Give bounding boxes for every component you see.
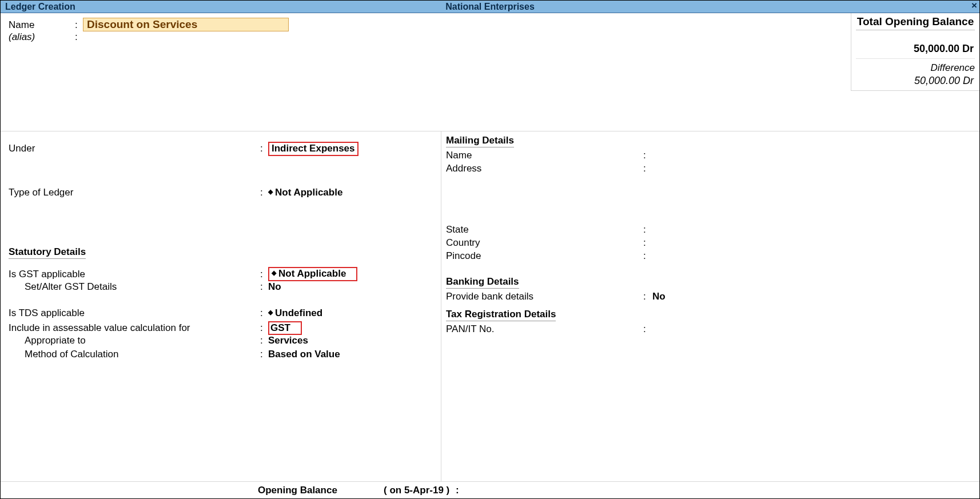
colon: :	[643, 224, 652, 237]
opening-balance-label: Opening Balance	[258, 485, 384, 496]
screen-title: Ledger Creation	[1, 2, 75, 12]
mailing-details-heading: Mailing Details	[446, 135, 514, 147]
tds-applicable-value[interactable]: Undefined	[268, 308, 322, 319]
colon: :	[260, 281, 268, 293]
colon: :	[260, 143, 268, 154]
gst-applicable-value[interactable]: Not Applicable	[272, 268, 346, 279]
ledger-creation-window: Ledger Creation National Enterprises × N…	[0, 0, 980, 499]
appropriate-to-value[interactable]: Services	[268, 335, 308, 346]
colon: :	[643, 250, 652, 264]
tds-applicable-label: Is TDS applicable	[9, 308, 260, 319]
alias-label: (alias)	[9, 31, 75, 43]
ledger-name-input[interactable]: Discount on Services	[83, 18, 289, 31]
colon: :	[643, 150, 652, 163]
include-assessable-value[interactable]: GST	[270, 322, 290, 333]
banking-details-heading: Banking Details	[446, 276, 519, 289]
colon: :	[260, 322, 268, 334]
colon: :	[75, 31, 83, 43]
total-opening-balance-amount: 50,000.00 Dr	[856, 30, 975, 58]
method-calc-value[interactable]: Based on Value	[268, 349, 340, 360]
type-of-ledger-value[interactable]: Not Applicable	[268, 187, 342, 198]
pincode-label: Pincode	[446, 250, 643, 264]
header-section: Name : Discount on Services (alias) :	[1, 13, 979, 45]
highlight-box: Indirect Expenses	[268, 142, 358, 156]
colon: :	[453, 485, 459, 496]
highlight-box: Not Applicable	[268, 267, 357, 281]
include-assessable-label: Include in assessable value calculation …	[9, 322, 260, 334]
difference-amount: 50,000.00 Dr	[856, 74, 975, 88]
total-opening-balance-box: Total Opening Balance 50,000.00 Dr Diffe…	[851, 13, 979, 91]
state-label: State	[446, 224, 643, 237]
appropriate-to-label: Appropriate to	[9, 335, 260, 346]
mailing-name-label: Name	[446, 150, 643, 163]
colon: :	[260, 187, 268, 198]
colon: :	[260, 349, 268, 360]
method-calc-label: Method of Calculation	[9, 349, 260, 360]
under-label: Under	[9, 143, 260, 154]
footer-opening-balance: Opening Balance ( on 5-Apr-19 ) :	[1, 481, 979, 498]
name-label: Name	[9, 19, 75, 31]
pan-label: PAN/IT No.	[446, 324, 643, 337]
colon: :	[75, 19, 83, 31]
colon: :	[643, 324, 652, 337]
gst-applicable-label: Is GST applicable	[9, 269, 260, 280]
under-value[interactable]: Indirect Expenses	[272, 143, 355, 154]
colon: :	[260, 335, 268, 346]
country-label: Country	[446, 237, 643, 250]
colon: :	[260, 269, 268, 280]
left-column: Under : Indirect Expenses Type of Ledger…	[1, 131, 441, 481]
titlebar: Ledger Creation National Enterprises ×	[1, 1, 979, 13]
colon: :	[643, 163, 652, 176]
colon: :	[260, 308, 268, 319]
opening-balance-date: ( on 5-Apr-19 )	[384, 485, 449, 496]
tax-reg-heading: Tax Registration Details	[446, 309, 556, 321]
company-name: National Enterprises	[445, 2, 535, 12]
total-opening-balance-title: Total Opening Balance	[856, 15, 975, 30]
colon: :	[643, 291, 652, 304]
statutory-details-heading: Statutory Details	[9, 246, 86, 259]
difference-label: Difference	[856, 58, 975, 74]
close-icon[interactable]: ×	[971, 0, 977, 11]
address-label: Address	[446, 163, 643, 176]
set-alter-gst-label: Set/Alter GST Details	[9, 281, 260, 293]
type-of-ledger-label: Type of Ledger	[9, 187, 260, 198]
colon: :	[643, 237, 652, 250]
set-alter-gst-value[interactable]: No	[268, 281, 281, 293]
right-column: Mailing Details Name : Address : State	[441, 131, 979, 481]
highlight-box: GST	[268, 321, 302, 335]
provide-bank-value[interactable]: No	[652, 291, 666, 304]
provide-bank-label: Provide bank details	[446, 291, 643, 304]
